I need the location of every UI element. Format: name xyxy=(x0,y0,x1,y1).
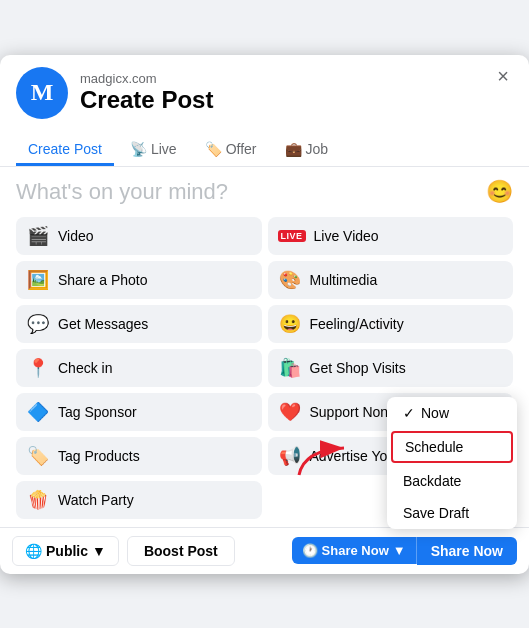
shop-label: Get Shop Visits xyxy=(310,360,406,376)
share-dropdown-menu: ✓ Now Schedule Backdate Save Draft xyxy=(387,397,517,529)
save-draft-label: Save Draft xyxy=(403,505,469,521)
avatar: M xyxy=(16,67,68,119)
feeling-activity-button[interactable]: 😀 Feeling/Activity xyxy=(268,305,514,343)
public-button[interactable]: 🌐 Public ▼ xyxy=(12,536,119,566)
tag-sponsor-label: Tag Sponsor xyxy=(58,404,137,420)
nonprofit-icon: ❤️ xyxy=(278,401,302,423)
tabs-bar: Create Post 📡 Live 🏷️ Offer 💼 Job xyxy=(0,127,529,167)
share-photo-label: Share a Photo xyxy=(58,272,148,288)
get-messages-icon: 💬 xyxy=(26,313,50,335)
create-post-modal: M madgicx.com Create Post × Create Post … xyxy=(0,55,529,574)
multimedia-button[interactable]: 🎨 Multimedia xyxy=(268,261,514,299)
video-button[interactable]: 🎬 Video xyxy=(16,217,262,255)
feeling-icon: 😀 xyxy=(278,313,302,335)
tab-create-post-label: Create Post xyxy=(28,141,102,157)
tag-products-label: Tag Products xyxy=(58,448,140,464)
live-video-button[interactable]: LIVE Live Video xyxy=(268,217,514,255)
multimedia-icon: 🎨 xyxy=(278,269,302,291)
watch-party-button[interactable]: 🍿 Watch Party xyxy=(16,481,262,519)
watch-party-label: Watch Party xyxy=(58,492,134,508)
tab-offer[interactable]: 🏷️ Offer xyxy=(193,135,269,166)
check-in-icon: 📍 xyxy=(26,357,50,379)
now-label: Now xyxy=(421,405,449,421)
schedule-label: Schedule xyxy=(405,439,463,455)
footer: 🌐 Public ▼ Boost Post ✓ Now Schedule Bac… xyxy=(0,527,529,574)
avatar-letter: M xyxy=(31,79,54,106)
backdate-label: Backdate xyxy=(403,473,461,489)
modal-header: M madgicx.com Create Post × xyxy=(0,55,529,119)
text-input-area[interactable]: What's on your mind? 😊 xyxy=(0,167,529,209)
tab-create-post[interactable]: Create Post xyxy=(16,135,114,166)
tag-sponsor-button[interactable]: 🔷 Tag Sponsor xyxy=(16,393,262,431)
live-video-label: Live Video xyxy=(314,228,379,244)
share-now-dropdown-label: Share Now xyxy=(322,543,389,558)
public-label: Public xyxy=(46,543,88,559)
close-button[interactable]: × xyxy=(489,63,517,91)
chevron-down-icon: ▼ xyxy=(92,543,106,559)
dropdown-schedule-item[interactable]: Schedule xyxy=(391,431,513,463)
share-photo-button[interactable]: 🖼️ Share a Photo xyxy=(16,261,262,299)
chevron-down-icon-2: ▼ xyxy=(393,543,406,558)
video-label: Video xyxy=(58,228,94,244)
tab-live[interactable]: 📡 Live xyxy=(118,135,189,166)
watch-party-icon: 🍿 xyxy=(26,489,50,511)
share-now-button[interactable]: Share Now xyxy=(417,537,517,565)
tab-job[interactable]: 💼 Job xyxy=(273,135,341,166)
globe-icon: 🌐 xyxy=(25,543,42,559)
multimedia-label: Multimedia xyxy=(310,272,378,288)
share-group: ✓ Now Schedule Backdate Save Draft 🕐 Sha… xyxy=(292,537,517,565)
offer-icon: 🏷️ xyxy=(205,141,222,157)
tag-products-button[interactable]: 🏷️ Tag Products xyxy=(16,437,262,475)
shop-icon: 🛍️ xyxy=(278,357,302,379)
tag-products-icon: 🏷️ xyxy=(26,445,50,467)
tab-job-label: Job xyxy=(306,141,329,157)
share-photo-icon: 🖼️ xyxy=(26,269,50,291)
post-placeholder[interactable]: What's on your mind? xyxy=(16,179,513,205)
check-in-label: Check in xyxy=(58,360,112,376)
share-now-dropdown-button[interactable]: 🕐 Share Now ▼ xyxy=(292,537,417,564)
boost-post-button[interactable]: Boost Post xyxy=(127,536,235,566)
checkmark-icon: ✓ xyxy=(403,405,415,421)
tab-offer-label: Offer xyxy=(226,141,257,157)
get-messages-label: Get Messages xyxy=(58,316,148,332)
feeling-label: Feeling/Activity xyxy=(310,316,404,332)
dropdown-backdate-item[interactable]: Backdate xyxy=(387,465,517,497)
tag-sponsor-icon: 🔷 xyxy=(26,401,50,423)
emoji-button[interactable]: 😊 xyxy=(486,179,513,205)
tab-live-label: Live xyxy=(151,141,177,157)
check-in-button[interactable]: 📍 Check in xyxy=(16,349,262,387)
header-text: madgicx.com Create Post xyxy=(80,71,213,114)
get-shop-visits-button[interactable]: 🛍️ Get Shop Visits xyxy=(268,349,514,387)
job-icon: 💼 xyxy=(285,141,302,157)
video-icon: 🎬 xyxy=(26,225,50,247)
get-messages-button[interactable]: 💬 Get Messages xyxy=(16,305,262,343)
advertise-icon: 📢 xyxy=(278,445,302,467)
site-name: madgicx.com xyxy=(80,71,213,86)
dropdown-now-item[interactable]: ✓ Now xyxy=(387,397,517,429)
modal-title: Create Post xyxy=(80,86,213,114)
clock-icon: 🕐 xyxy=(302,543,318,558)
dropdown-save-draft-item[interactable]: Save Draft xyxy=(387,497,517,529)
live-icon: 📡 xyxy=(130,141,147,157)
live-badge: LIVE xyxy=(278,230,306,242)
